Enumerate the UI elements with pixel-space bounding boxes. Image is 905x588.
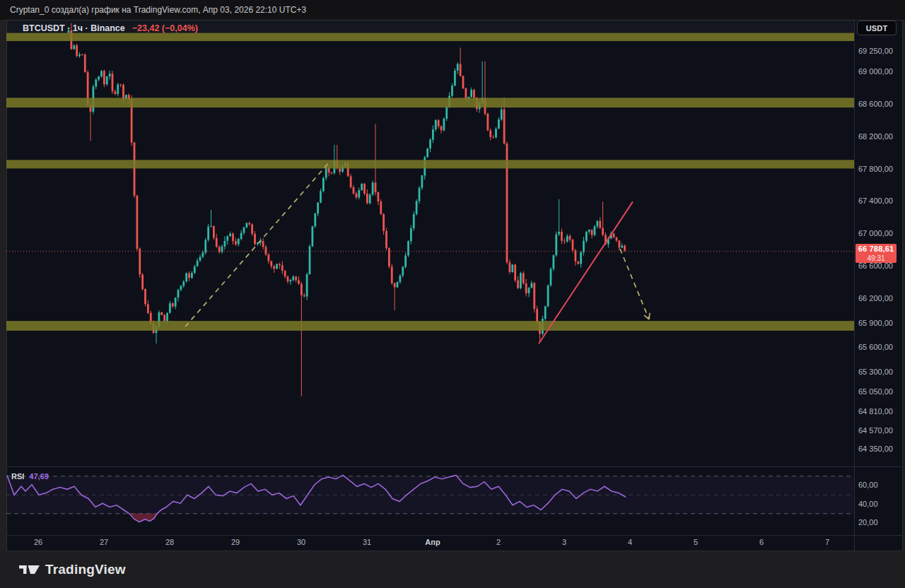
- header-bar: Cryptan_0 создал(а) график на TradingVie…: [0, 0, 905, 20]
- time-axis-label: 5: [680, 538, 711, 546]
- time-axis-label: 3: [549, 538, 580, 546]
- time-axis-label: 6: [746, 538, 777, 546]
- last-price-label: 66 788,61 49:31: [856, 244, 897, 263]
- time-axis-label: 28: [154, 538, 185, 546]
- time-axis-label: 31: [351, 538, 383, 546]
- last-price-value: 66 788,61: [856, 244, 897, 254]
- bar-close-countdown: 49:31: [856, 254, 897, 262]
- rsi-label: RSI: [11, 472, 24, 481]
- time-axis[interactable]: 262728293031Апр234567: [0, 0, 905, 588]
- time-axis-label: 29: [220, 538, 251, 546]
- creator-line: Cryptan_0 создал(а) график на TradingVie…: [10, 5, 306, 15]
- time-axis-label: 4: [614, 538, 646, 546]
- tradingview-snapshot: Cryptan_0 создал(а) график на TradingVie…: [0, 0, 905, 588]
- tradingview-logo[interactable]: TradingView: [19, 562, 126, 577]
- time-axis-label: 2: [483, 538, 514, 546]
- time-axis-label: 27: [88, 538, 119, 546]
- rsi-header[interactable]: RSI47,69: [11, 469, 49, 482]
- time-axis-label: 26: [23, 538, 54, 546]
- time-axis-label: Апр: [417, 538, 448, 546]
- tradingview-logo-text: TradingView: [45, 562, 126, 577]
- rsi-value: 47,69: [29, 472, 49, 481]
- footer-bar: TradingView: [0, 551, 905, 588]
- time-axis-label: 7: [812, 538, 843, 546]
- time-axis-label: 30: [286, 538, 317, 546]
- tradingview-logo-icon: [19, 563, 40, 577]
- currency-toggle-button[interactable]: USDT: [857, 20, 897, 35]
